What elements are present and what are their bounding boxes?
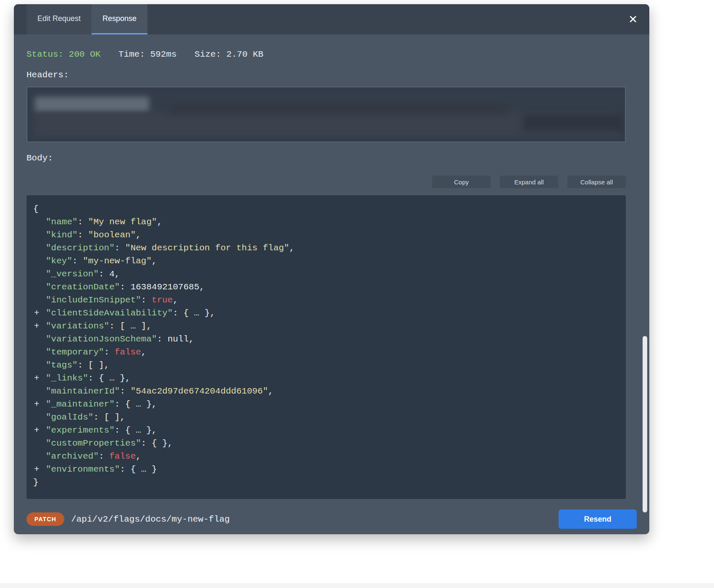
json-token: false xyxy=(115,347,141,357)
json-token: : [ ], xyxy=(78,360,110,370)
json-token: "customProperties" xyxy=(46,438,141,448)
json-token: "environments" xyxy=(46,465,120,474)
page-background: Edit Request Response ✕ Status: 200 OK T… xyxy=(0,0,714,588)
json-line: +"_links": { … }, xyxy=(33,372,619,385)
json-line: "tags": [ ], xyxy=(33,359,619,372)
json-token: : { … }, xyxy=(115,425,157,435)
json-token: "experiments" xyxy=(46,425,115,435)
json-token: "boolean" xyxy=(88,230,136,240)
json-token: true xyxy=(152,295,173,305)
json-line: "key": "my-new-flag", xyxy=(33,255,619,268)
expand-toggle-icon[interactable]: + xyxy=(34,463,39,476)
json-line: "name": "My new flag", xyxy=(33,215,619,228)
json-token: : [ ], xyxy=(93,412,125,422)
json-token: "name" xyxy=(46,217,78,227)
json-token: { xyxy=(33,204,39,214)
json-token: "variations" xyxy=(46,321,109,331)
headers-redacted-content xyxy=(523,114,624,131)
body-toolbar: Copy Expand all Collapse all xyxy=(26,176,626,188)
json-token: : xyxy=(99,269,109,279)
json-token: , xyxy=(157,217,163,227)
json-token: "temporary" xyxy=(46,347,104,357)
close-icon[interactable]: ✕ xyxy=(628,14,638,25)
request-bar: PATCH /api/v2/flags/docs/my-new-flag Res… xyxy=(14,504,649,534)
json-token: "New description for this flag" xyxy=(125,243,289,253)
headers-box xyxy=(26,87,626,142)
copy-button[interactable]: Copy xyxy=(432,176,491,188)
json-token: 4 xyxy=(109,269,115,279)
headers-redacted-content xyxy=(170,103,506,114)
json-token: , xyxy=(136,452,141,461)
json-line: "creationDate": 1638492107685, xyxy=(33,281,619,294)
tab-edit-request[interactable]: Edit Request xyxy=(26,4,92,34)
json-token: "54ac2d97de674204ddd61096" xyxy=(131,386,268,396)
json-token: : xyxy=(78,230,88,240)
collapse-all-button[interactable]: Collapse all xyxy=(567,176,626,188)
json-token: "My new flag" xyxy=(88,217,157,227)
json-line: "includeInSnippet": true, xyxy=(33,294,619,307)
json-token: "_maintainer" xyxy=(46,399,115,409)
json-token: "description" xyxy=(46,243,115,253)
json-token: : xyxy=(72,256,83,266)
json-line: +"variations": [ … ], xyxy=(33,320,619,333)
json-token: : xyxy=(157,334,168,344)
json-line: +"_maintainer": { … }, xyxy=(33,398,619,411)
expand-toggle-icon[interactable]: + xyxy=(34,320,39,333)
json-token: "my-new-flag" xyxy=(83,256,152,266)
json-token: , xyxy=(115,269,120,279)
headers-redacted-content xyxy=(35,97,149,113)
json-token: "kind" xyxy=(46,230,78,240)
json-line: "temporary": false, xyxy=(33,346,619,359)
expand-toggle-icon[interactable]: + xyxy=(34,307,39,320)
json-line: { xyxy=(33,202,619,215)
json-token: , xyxy=(189,334,194,344)
api-response-modal: Edit Request Response ✕ Status: 200 OK T… xyxy=(14,4,649,534)
json-token: : { … }, xyxy=(88,373,131,383)
json-token: , xyxy=(199,282,205,292)
status-line: Status: 200 OK Time: 592ms Size: 2.70 KB xyxy=(26,50,626,59)
response-time-text: Time: 592ms xyxy=(118,50,177,59)
method-badge: PATCH xyxy=(26,512,64,526)
resend-button[interactable]: Resend xyxy=(559,509,637,529)
json-token: , xyxy=(173,295,178,305)
json-token: "creationDate" xyxy=(46,282,120,292)
modal-scrollbar[interactable] xyxy=(643,336,647,512)
headers-label: Headers: xyxy=(26,70,626,80)
json-token: , xyxy=(141,347,147,357)
json-token: : xyxy=(141,295,152,305)
body-label: Body: xyxy=(26,153,626,163)
json-token: false xyxy=(109,452,136,461)
page-bottom-edge xyxy=(0,583,714,588)
json-token: , xyxy=(289,243,295,253)
json-token: : { }, xyxy=(141,438,173,448)
expand-all-button[interactable]: Expand all xyxy=(500,176,558,188)
json-line: "goalIds": [ ], xyxy=(33,411,619,424)
response-size-text: Size: 2.70 KB xyxy=(194,50,263,59)
json-token: 1638492107685 xyxy=(131,282,200,292)
json-line: } xyxy=(33,476,619,489)
json-token: "_version" xyxy=(46,269,99,279)
expand-toggle-icon[interactable]: + xyxy=(34,398,39,411)
tab-response[interactable]: Response xyxy=(92,4,147,34)
expand-toggle-icon[interactable]: + xyxy=(34,372,39,385)
json-token: "_links" xyxy=(46,373,88,383)
json-token: "clientSideAvailability" xyxy=(46,308,173,318)
json-token: : [ … ], xyxy=(109,321,152,331)
json-token: : xyxy=(78,217,88,227)
json-line: "variationJsonSchema": null, xyxy=(33,333,619,346)
json-token: , xyxy=(152,256,157,266)
json-line: +"environments": { … } xyxy=(33,463,619,476)
json-token: "goalIds" xyxy=(46,412,93,422)
json-line: "description": "New description for this… xyxy=(33,242,619,255)
json-line: "archived": false, xyxy=(33,450,619,463)
json-token: null xyxy=(168,334,189,344)
json-token: "archived" xyxy=(46,452,99,461)
json-token: : xyxy=(104,347,115,357)
json-token: : { … }, xyxy=(115,399,157,409)
json-line: +"clientSideAvailability": { … }, xyxy=(33,307,619,320)
json-token: : { … } xyxy=(120,465,157,474)
json-line: +"experiments": { … }, xyxy=(33,424,619,437)
json-token: "key" xyxy=(46,256,72,266)
request-path: /api/v2/flags/docs/my-new-flag xyxy=(71,514,230,524)
expand-toggle-icon[interactable]: + xyxy=(34,424,39,437)
